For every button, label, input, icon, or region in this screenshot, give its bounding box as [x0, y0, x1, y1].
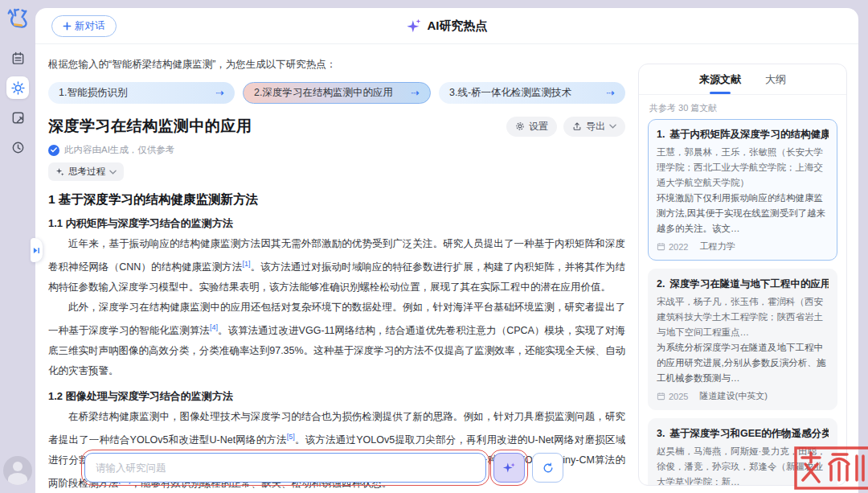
reference-count: 共参考 30 篇文献	[639, 95, 846, 117]
literature-list: 1. 基于内积矩阵及深度学习的结构健康监测研究 王慧，郭晨林，王乐，张敏照（长安…	[639, 117, 846, 486]
article-body: 1 基于深度学习的结构健康监测新方法1.1 内积矩阵与深度学习结合的监测方法近年…	[48, 191, 625, 493]
article-heading: 1.1 内积矩阵与深度学习结合的监测方法	[48, 216, 625, 231]
literature-panel: 来源文献 大纲 共参考 30 篇文献 1. 基于内积矩阵及深度学习的结构健康监测…	[638, 64, 847, 486]
item-number: 3.	[657, 426, 665, 441]
new-chat-button[interactable]: 新对话	[51, 15, 117, 37]
settings-label: 设置	[529, 120, 548, 134]
item-abstract: 为系统分析深度学习在隧道及地下工程中的应用研究进展,分别从参数反演分析、施工机械…	[657, 340, 829, 386]
sparkle-send-icon	[502, 461, 516, 475]
settings-button[interactable]: 设置	[506, 117, 557, 137]
tab-source-literature[interactable]: 来源文献	[698, 65, 743, 94]
calendar-icon	[657, 392, 665, 401]
content-area: 根据您输入的“智能桥梁结构健康监测”，为您生成以下研究热点： 1.智能损伤识别 …	[35, 45, 858, 493]
item-journal: 隧道建设(中英文)	[699, 390, 767, 402]
page-title-text: AI研究热点	[428, 18, 488, 34]
regenerate-button[interactable]	[532, 453, 563, 483]
literature-item[interactable]: 1. 基于内积矩阵及深度学习的结构健康监测研究 王慧，郭晨林，王乐，张敏照（长安…	[648, 119, 837, 261]
literature-item[interactable]: 2. 深度学习在隧道与地下工程中的应用现状及… 宋战平，杨子凡，张玉伟，霍润科（…	[648, 269, 837, 410]
article-heading: 1 基于深度学习的结构健康监测新方法	[48, 191, 625, 208]
page-title: AI研究热点	[407, 18, 488, 34]
topic-pill-3[interactable]: 3.线-桥一体化检测监测技术 ⇢	[439, 82, 625, 104]
topic-pills: 1.智能损伤识别 ⇢ 2.深度学习在结构监测中的应用 ⇢ 3.线-桥一体化检测监…	[48, 82, 625, 104]
article-column: 根据您输入的“智能桥梁结构健康监测”，为您生成以下研究热点： 1.智能损伤识别 …	[48, 45, 625, 493]
topic-pill-2-active[interactable]: 2.深度学习在结构监测中的应用 ⇢	[243, 82, 431, 104]
ai-generated-notice: 此内容由AI生成，仅供参考	[48, 144, 625, 156]
item-year: 2025	[669, 392, 688, 401]
topic-pill-1-label: 1.智能损伤识别	[59, 86, 127, 100]
item-journal: 工程力学	[699, 240, 735, 253]
generate-button[interactable]	[493, 453, 525, 483]
composer-bar	[84, 453, 563, 483]
notebook-icon[interactable]	[6, 47, 29, 69]
thinking-label: 思考过程	[68, 166, 105, 178]
history-clock-icon[interactable]	[6, 136, 29, 158]
item-abstract: 环境激励下仅利用振动响应的结构健康监测方法,因其便于实现在线监测受到了越来越多的…	[657, 191, 829, 236]
item-title: 基于内积矩阵及深度学习的结构健康监测研究	[669, 127, 829, 142]
item-authors: 赵昊楠，马海燕，阿斯娅·曼力克，田聪，徐俊，潘竞，孙宗玖，郑逢令（新疆农业大学草…	[657, 444, 829, 486]
chevron-down-icon	[609, 124, 616, 129]
item-title: 基于深度学习和GEE的作物遥感分类	[669, 426, 829, 441]
citation-ref[interactable]: [4]	[210, 323, 218, 331]
sparkle-icon	[407, 18, 423, 34]
check-icon	[48, 145, 59, 156]
new-chat-label: 新对话	[75, 19, 105, 33]
app-logo-deer[interactable]	[6, 8, 30, 32]
article-heading: 1.2 图像处理与深度学习结合的监测方法	[48, 389, 625, 404]
topic-pill-1[interactable]: 1.智能损伤识别 ⇢	[48, 82, 235, 104]
ai-notice-text: 此内容由AI生成，仅供参考	[64, 144, 174, 156]
export-label: 导出	[586, 120, 605, 134]
gear-icon	[515, 121, 525, 131]
article-paragraph: 近年来，基于振动响应的结构健康监测方法因其无需外部激励的优势受到广泛关注。研究人…	[48, 234, 625, 298]
collapse-handle[interactable]	[31, 238, 43, 262]
intro-text: 根据您输入的“智能桥梁结构健康监测”，为您生成以下研究热点：	[48, 58, 625, 72]
article-paragraph: 此外，深度学习在结构健康监测中的应用还包括对复杂环境下的数据处理。例如，针对海洋…	[48, 298, 625, 381]
item-year: 2022	[669, 242, 688, 252]
user-avatar[interactable]	[3, 456, 32, 485]
note-edit-icon[interactable]	[6, 106, 29, 129]
hotspot-sun-icon[interactable]	[6, 76, 29, 99]
arrow-right-icon: ⇢	[215, 87, 224, 99]
refresh-icon	[542, 462, 555, 475]
citation-ref[interactable]: [5]	[287, 433, 295, 441]
calendar-icon	[657, 242, 665, 251]
topic-pill-3-label: 3.线-桥一体化检测监测技术	[449, 86, 571, 100]
panel-tabs: 来源文献 大纲	[639, 64, 846, 95]
wand-sparkle-icon	[55, 167, 64, 176]
item-title: 深度学习在隧道与地下工程中的应用现状及…	[669, 277, 829, 291]
thinking-process-button[interactable]: 思考过程	[48, 162, 124, 181]
article-title: 深度学习在结构监测中的应用	[48, 116, 252, 137]
arrow-right-icon: ⇢	[606, 87, 615, 99]
topic-pill-2-label: 2.深度学习在结构监测中的应用	[254, 86, 393, 100]
expand-right-icon	[33, 247, 40, 254]
chevron-down-icon	[109, 170, 117, 175]
tab-outline[interactable]: 大纲	[764, 65, 788, 94]
item-authors: 王慧，郭晨林，王乐，张敏照（长安大学理学院；西北工业大学航空学院；上海交通大学航…	[657, 145, 829, 191]
literature-item[interactable]: 3. 基于深度学习和GEE的作物遥感分类 赵昊楠，马海燕，阿斯娅·曼力克，田聪，…	[648, 418, 837, 486]
export-icon	[572, 121, 582, 131]
export-button[interactable]: 导出	[563, 117, 625, 137]
arrow-right-icon: ⇢	[411, 87, 420, 99]
citation-ref[interactable]: [1]	[243, 260, 251, 268]
card-header: 新对话 AI研究热点	[35, 8, 858, 44]
plus-icon	[63, 22, 72, 31]
item-number: 2.	[657, 277, 665, 291]
research-question-input[interactable]	[84, 453, 486, 483]
main-card: 新对话 AI研究热点 根据您输入的“智能桥梁结构健康监测”，为您生成以下研究热点…	[35, 8, 858, 493]
item-authors: 宋战平，杨子凡，张玉伟，霍润科（西安建筑科技大学土木工程学院；陕西省岩土与地下空…	[657, 294, 829, 340]
item-number: 1.	[657, 127, 665, 142]
